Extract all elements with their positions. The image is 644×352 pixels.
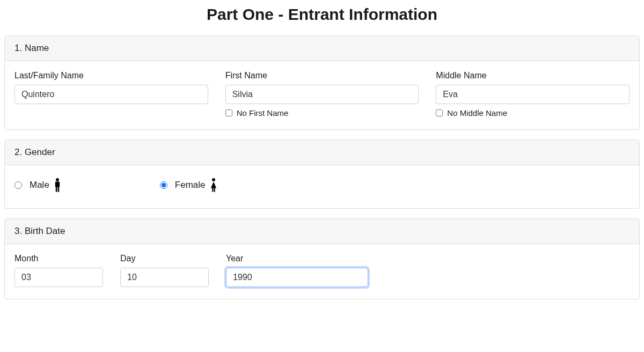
- gender-male-label: Male: [30, 180, 49, 190]
- gender-male-option[interactable]: Male: [14, 177, 63, 193]
- section-name: 1. Name Last/Family Name First Name No F…: [4, 35, 640, 130]
- no-first-name-label: No First Name: [237, 108, 289, 118]
- birth-month-label: Month: [14, 254, 103, 263]
- first-name-label: First Name: [225, 71, 419, 80]
- section-birthdate: 3. Birth Date Month Day Year: [4, 218, 640, 299]
- no-middle-name-label: No Middle Name: [447, 108, 507, 118]
- page-title: Part One - Entrant Information: [4, 5, 640, 24]
- no-first-name-checkbox[interactable]: [225, 109, 232, 116]
- birth-year-input[interactable]: [226, 268, 368, 287]
- svg-rect-5: [212, 188, 213, 192]
- section-birthdate-heading: 3. Birth Date: [5, 219, 639, 244]
- svg-point-0: [56, 178, 59, 181]
- gender-male-radio[interactable]: [14, 181, 22, 189]
- birth-month-input[interactable]: [14, 268, 103, 287]
- section-gender-heading: 2. Gender: [5, 140, 639, 165]
- section-name-heading: 1. Name: [5, 36, 639, 61]
- gender-female-option[interactable]: Female: [160, 177, 219, 193]
- gender-female-radio[interactable]: [160, 181, 167, 189]
- svg-point-4: [212, 178, 215, 181]
- female-icon: [208, 177, 219, 193]
- last-name-input[interactable]: [14, 85, 208, 104]
- gender-female-label: Female: [175, 180, 206, 190]
- middle-name-input[interactable]: [436, 85, 630, 104]
- section-gender: 2. Gender Male: [4, 140, 640, 209]
- svg-rect-6: [214, 188, 215, 192]
- first-name-group: First Name No First Name: [225, 71, 419, 118]
- birth-day-input[interactable]: [120, 268, 209, 287]
- last-name-group: Last/Family Name: [14, 71, 208, 118]
- middle-name-group: Middle Name No Middle Name: [436, 71, 630, 118]
- birth-year-group: Year: [226, 254, 368, 287]
- birth-day-label: Day: [120, 254, 209, 263]
- male-icon: [52, 177, 63, 193]
- birth-month-group: Month: [14, 254, 103, 287]
- first-name-input[interactable]: [225, 85, 419, 104]
- middle-name-label: Middle Name: [436, 71, 630, 80]
- svg-rect-2: [56, 187, 57, 192]
- svg-rect-3: [58, 187, 60, 192]
- birth-year-label: Year: [226, 254, 368, 263]
- no-middle-name-checkbox[interactable]: [436, 109, 443, 116]
- svg-rect-1: [55, 182, 60, 187]
- last-name-label: Last/Family Name: [14, 71, 208, 80]
- birth-day-group: Day: [120, 254, 209, 287]
